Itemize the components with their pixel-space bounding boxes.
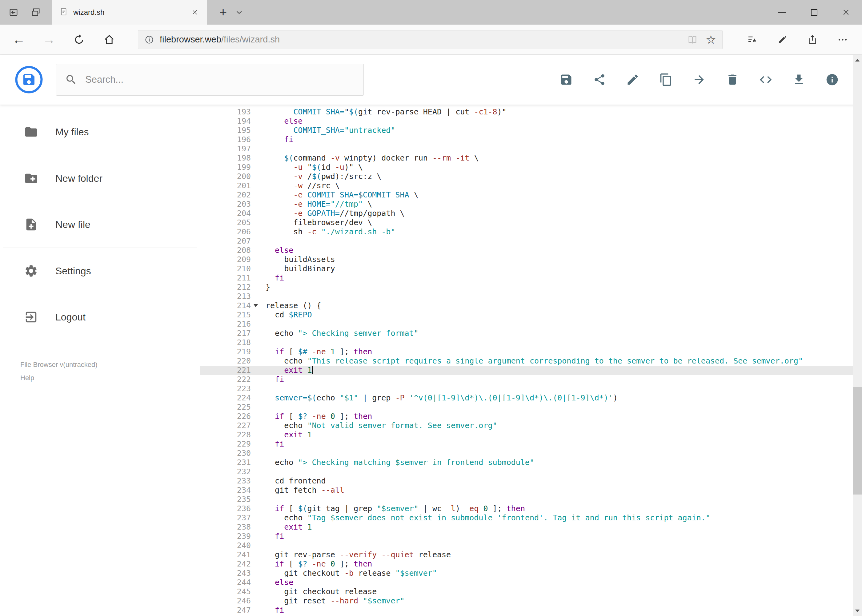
- favorite-star-icon[interactable]: ☆: [706, 34, 716, 46]
- forward-button[interactable]: →: [38, 28, 60, 51]
- hub-favorites-icon[interactable]: [739, 28, 765, 51]
- code-line[interactable]: 212}: [200, 283, 862, 292]
- share-page-icon[interactable]: [799, 28, 826, 51]
- code-line[interactable]: 238 exit 1: [200, 523, 862, 532]
- move-icon[interactable]: [692, 72, 706, 87]
- code-line[interactable]: 196 fi: [200, 135, 862, 144]
- share-icon[interactable]: [593, 72, 607, 87]
- code-line[interactable]: 223: [200, 384, 862, 393]
- code-line[interactable]: 198 $(command -v winpty) docker run --rm…: [200, 154, 862, 163]
- close-window-button[interactable]: [830, 0, 862, 25]
- code-line[interactable]: 208 else: [200, 246, 862, 255]
- back-button[interactable]: ←: [7, 28, 30, 51]
- code-line[interactable]: 200 -v /$(pwd):/src:z \: [200, 172, 862, 181]
- code-line[interactable]: 199 -u "$(id -u)" \: [200, 163, 862, 172]
- tab-close-icon[interactable]: [189, 7, 200, 17]
- scrollbar-thumb[interactable]: [853, 387, 862, 495]
- code-line[interactable]: 202 -e COMMIT_SHA=$COMMIT_SHA \: [200, 190, 862, 200]
- code-line[interactable]: 222 fi: [200, 375, 862, 384]
- code-line[interactable]: 225: [200, 402, 862, 412]
- code-line[interactable]: 210 buildBinary: [200, 264, 862, 273]
- save-icon[interactable]: [559, 72, 573, 87]
- tabs-aside-list-icon[interactable]: [27, 4, 44, 21]
- code-line[interactable]: 215 cd $REPO: [200, 310, 862, 319]
- code-line[interactable]: 218: [200, 338, 862, 347]
- code-line[interactable]: 227 echo "Not valid semver format. See s…: [200, 421, 862, 430]
- edit-source-icon[interactable]: [759, 72, 773, 87]
- code-line[interactable]: 228 exit 1: [200, 430, 862, 440]
- code-line[interactable]: 239 fi: [200, 532, 862, 541]
- help-link[interactable]: Help: [20, 374, 34, 383]
- code-line[interactable]: 235: [200, 495, 862, 504]
- code-line[interactable]: 204 -e GOPATH=//tmp/gopath \: [200, 209, 862, 218]
- code-line[interactable]: 245 git checkout release: [200, 587, 862, 596]
- code-line[interactable]: 221 exit 1: [200, 366, 862, 375]
- browser-tab[interactable]: wizard.sh: [52, 0, 207, 25]
- code-line[interactable]: 240: [200, 541, 862, 550]
- maximize-button[interactable]: [798, 0, 830, 25]
- code-line[interactable]: 216: [200, 319, 862, 329]
- code-line[interactable]: 193 COMMIT_SHA="$(git rev-parse HEAD | c…: [200, 107, 862, 116]
- code-line[interactable]: 230: [200, 449, 862, 458]
- tab-preview-chevron-icon[interactable]: [235, 8, 244, 17]
- code-line[interactable]: 246 git reset --hard "$semver": [200, 596, 862, 605]
- new-tab-button[interactable]: +: [214, 0, 232, 25]
- code-line[interactable]: 231 echo "> Checking matching $semver in…: [200, 458, 862, 467]
- code-line[interactable]: 220 echo "This release script requires a…: [200, 357, 862, 366]
- sidebar-item-settings[interactable]: Settings: [0, 248, 200, 294]
- sidebar-item-new-folder[interactable]: New folder: [0, 155, 200, 201]
- sidebar-item-logout[interactable]: Logout: [0, 294, 200, 340]
- code-line[interactable]: 197: [200, 144, 862, 154]
- code-line[interactable]: 195 COMMIT_SHA="untracked": [200, 126, 862, 135]
- code-line[interactable]: 219 if [ $# -ne 1 ]; then: [200, 347, 862, 357]
- refresh-button[interactable]: [68, 28, 90, 51]
- scroll-down-icon[interactable]: [853, 605, 862, 616]
- code-line[interactable]: 224 semver=$(echo "$1" | grep -P '^v(0|[…: [200, 393, 862, 402]
- search-input[interactable]: [85, 74, 355, 85]
- url-text[interactable]: filebrowser.web/files/wizard.sh: [160, 35, 687, 45]
- code-line[interactable]: 244 else: [200, 578, 862, 587]
- code-line[interactable]: 205 filebrowser/dev \: [200, 218, 862, 227]
- scroll-up-icon[interactable]: [853, 55, 862, 65]
- more-options-icon[interactable]: [830, 28, 856, 51]
- code-line[interactable]: 214release () {: [200, 301, 862, 310]
- code-line[interactable]: 243 git checkout -b release "$semver": [200, 569, 862, 578]
- code-line[interactable]: 213: [200, 292, 862, 301]
- code-editor[interactable]: 193 COMMIT_SHA="$(git rev-parse HEAD | c…: [200, 105, 862, 616]
- code-line[interactable]: 203 -e HOME="//tmp" \: [200, 200, 862, 209]
- code-line[interactable]: 233 cd frontend: [200, 476, 862, 486]
- code-line[interactable]: 206 sh -c "./wizard.sh -b": [200, 227, 862, 236]
- code-line[interactable]: 194 else: [200, 116, 862, 126]
- code-line[interactable]: 229 fi: [200, 440, 862, 449]
- minimize-button[interactable]: [766, 0, 798, 25]
- code-line[interactable]: 234 git fetch --all: [200, 486, 862, 495]
- code-line[interactable]: 236 if [ $(git tag | grep "$semver" | wc…: [200, 504, 862, 513]
- code-line[interactable]: 211 fi: [200, 273, 862, 283]
- code-line[interactable]: 209 buildAssets: [200, 255, 862, 264]
- code-line[interactable]: 226 if [ $? -ne 0 ]; then: [200, 412, 862, 421]
- filebrowser-logo[interactable]: [15, 66, 43, 94]
- code-line[interactable]: 201 -w //src \: [200, 181, 862, 190]
- url-field[interactable]: filebrowser.web/files/wizard.sh ☆: [138, 30, 723, 49]
- code-line[interactable]: 241 git rev-parse --verify --quiet relea…: [200, 550, 862, 559]
- sidebar-item-my-files[interactable]: My files: [0, 109, 200, 155]
- code-line[interactable]: 237 echo "Tag $semver does not exist in …: [200, 513, 862, 523]
- code-line[interactable]: 247 fi: [200, 605, 862, 615]
- page-scrollbar[interactable]: [853, 55, 862, 616]
- download-icon[interactable]: [792, 72, 806, 87]
- set-tabs-aside-icon[interactable]: [5, 4, 22, 21]
- sidebar-item-new-file[interactable]: New file: [0, 201, 200, 248]
- copy-icon[interactable]: [659, 72, 673, 87]
- code-line[interactable]: 207: [200, 236, 862, 246]
- search-box[interactable]: [56, 64, 364, 96]
- rename-icon[interactable]: [626, 72, 640, 87]
- site-info-icon[interactable]: [144, 35, 154, 45]
- code-line[interactable]: 232: [200, 467, 862, 476]
- reading-view-icon[interactable]: [687, 35, 698, 45]
- code-line[interactable]: 242 if [ $? -ne 0 ]; then: [200, 559, 862, 569]
- annotate-pen-icon[interactable]: [769, 28, 795, 51]
- info-icon[interactable]: [825, 72, 839, 87]
- fold-arrow-icon[interactable]: [254, 304, 258, 307]
- home-button[interactable]: [98, 28, 121, 51]
- code-line[interactable]: 217 echo "> Checking semver format": [200, 329, 862, 338]
